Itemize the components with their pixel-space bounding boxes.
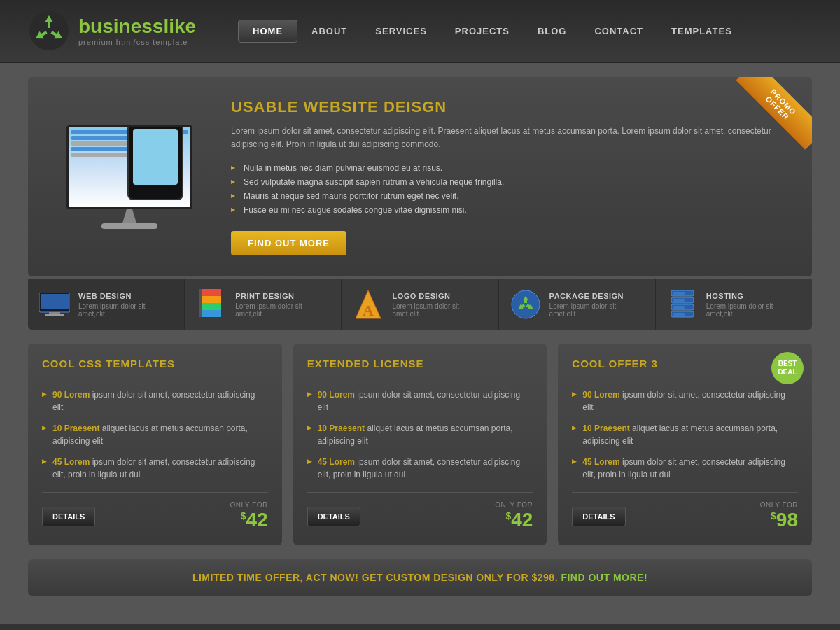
banner-link[interactable]: FIND OUT MORE!: [561, 572, 648, 583]
service-package-design-text: PACKAGE DESIGN Lorem ipsum dolor sit ame…: [550, 292, 644, 318]
package-cool-offer-title: COOL OFFER 3: [572, 358, 798, 377]
service-logo-design-title: LOGO DESIGN: [392, 292, 486, 300]
svg-rect-18: [673, 299, 685, 302]
hero-list-item: Mauris at neque sed mauris porttitor rut…: [231, 189, 791, 203]
svg-rect-19: [673, 306, 685, 309]
hero-list-item: Nulla in metus nec diam pulvinar euismod…: [231, 161, 791, 175]
service-hosting-text: HOSTING Lorem ipsum dolor sit amet,elit.: [706, 292, 801, 318]
svg-rect-6: [202, 296, 221, 303]
logo-design-icon: A: [353, 289, 384, 320]
details-button[interactable]: DETAILS: [572, 507, 625, 526]
header: businesslike premium html/css template H…: [0, 0, 840, 63]
details-button[interactable]: DETAILS: [42, 507, 95, 526]
nav-home[interactable]: HOME: [238, 20, 298, 43]
svg-rect-17: [673, 292, 685, 295]
price-area: ONLY FOR $42: [230, 501, 267, 531]
service-web-design-text: WEB DESIGN Lorem ipsum dolor sit amet,el…: [78, 292, 173, 318]
nav-projects[interactable]: PROJECTS: [441, 20, 524, 42]
monitor-base: [102, 223, 158, 229]
package-item: 90 Lorem ipsum dolor sit amet, consectet…: [307, 388, 533, 414]
service-print-design[interactable]: PRINT DESIGN Lorem ipsum dolor sit amet,…: [185, 279, 342, 330]
main-nav: HOME ABOUT SERVICES PROJECTS BLOG CONTAC…: [238, 20, 746, 43]
logo-name: businesslike: [78, 15, 196, 38]
hero-cta-button[interactable]: FIND OUT MORE: [231, 231, 346, 255]
nav-about[interactable]: ABOUT: [298, 20, 361, 42]
promo-ribbon: PROMOOFFER: [721, 77, 812, 168]
service-hosting-desc: Lorem ipsum dolor sit amet,elit.: [706, 302, 801, 318]
monitor-screen: [66, 125, 192, 209]
price-value: $98: [760, 509, 798, 531]
package-item: 90 Lorem ipsum dolor sit amet, consectet…: [42, 388, 268, 414]
svg-rect-7: [202, 303, 221, 310]
hosting-icon: [667, 289, 698, 320]
logo-text-area: businesslike premium html/css template: [78, 15, 196, 46]
only-for-label: ONLY FOR: [230, 501, 267, 509]
hero-image: [49, 98, 210, 255]
packages-section: COOL CSS TEMPLATES 90 Lorem ipsum dolor …: [28, 344, 812, 545]
main-content: USABLE WEBSITE DEISGN Lorem ipsum dolor …: [0, 63, 840, 624]
svg-rect-5: [202, 289, 221, 296]
print-design-icon: [196, 289, 227, 320]
monitor: [59, 125, 200, 229]
package-item: 90 Lorem ipsum dolor sit amet, consectet…: [572, 388, 798, 414]
package-cool-css-title: COOL CSS TEMPLATES: [42, 358, 268, 377]
svg-rect-4: [45, 314, 64, 316]
footer: GET IN TOUCH Lorem ipsum dolor sit amet,…: [0, 624, 840, 630]
service-hosting[interactable]: HOSTING Lorem ipsum dolor sit amet,elit.: [656, 279, 812, 330]
svg-rect-8: [202, 310, 221, 317]
package-design-icon: [510, 289, 541, 320]
hero-section: USABLE WEBSITE DEISGN Lorem ipsum dolor …: [28, 77, 812, 276]
hero-description: Lorem ipsum dolor sit amet, consectetur …: [231, 125, 791, 151]
monitor-illustration: [59, 125, 200, 229]
hero-list-item: Sed vulputate magna suscipit sapien rutr…: [231, 175, 791, 189]
package-extended-title: EXTENDED LICENSE: [307, 358, 533, 377]
nav-services[interactable]: SERVICES: [361, 20, 441, 42]
only-for-label: ONLY FOR: [495, 501, 533, 509]
svg-rect-20: [673, 313, 685, 316]
package-footer: DETAILS ONLY FOR $98: [572, 492, 798, 531]
price-area: ONLY FOR $42: [495, 501, 533, 531]
price-value: $42: [230, 509, 267, 531]
package-footer: DETAILS ONLY FOR $42: [42, 492, 268, 531]
package-item: 45 Lorem ipsum dolor sit amet, consectet…: [42, 456, 268, 481]
hero-title: USABLE WEBSITE DEISGN: [231, 98, 791, 116]
package-cool-css: COOL CSS TEMPLATES 90 Lorem ipsum dolor …: [28, 344, 282, 545]
service-hosting-title: HOSTING: [706, 292, 801, 300]
package-footer: DETAILS ONLY FOR $42: [307, 492, 533, 531]
hero-content: USABLE WEBSITE DEISGN Lorem ipsum dolor …: [231, 98, 791, 255]
svg-rect-2: [41, 294, 69, 309]
service-web-design-title: WEB DESIGN: [78, 292, 173, 300]
nav-blog[interactable]: BLOG: [524, 20, 581, 42]
service-web-design[interactable]: WEB DESIGN Lorem ipsum dolor sit amet,el…: [28, 279, 185, 330]
service-logo-design[interactable]: A LOGO DESIGN Lorem ipsum dolor sit amet…: [342, 279, 498, 330]
svg-text:A: A: [363, 302, 374, 319]
package-extended: EXTENDED LICENSE 90 Lorem ipsum dolor si…: [293, 344, 547, 545]
service-package-design-title: PACKAGE DESIGN: [550, 292, 644, 300]
service-print-design-title: PRINT DESIGN: [235, 292, 330, 300]
nav-contact[interactable]: CONTACT: [580, 20, 657, 42]
service-logo-design-text: LOGO DESIGN Lorem ipsum dolor sit amet,e…: [392, 292, 486, 318]
ipad-screen: [133, 129, 178, 185]
services-bar: WEB DESIGN Lorem ipsum dolor sit amet,el…: [28, 279, 812, 330]
promo-ribbon-inner: PROMOOFFER: [736, 77, 812, 150]
only-for-label: ONLY FOR: [760, 501, 798, 509]
logo-tagline: premium html/css template: [78, 38, 196, 46]
svg-rect-3: [49, 312, 60, 314]
nav-templates[interactable]: TEMPLATES: [657, 20, 746, 42]
details-button[interactable]: DETAILS: [307, 507, 360, 526]
hero-list: Nulla in metus nec diam pulvinar euismod…: [231, 161, 791, 217]
package-item: 10 Praesent aliquet lacus at metus accum…: [307, 422, 533, 447]
package-item: 10 Praesent aliquet lacus at metus accum…: [42, 422, 268, 447]
ipad-illustration: [127, 125, 183, 200]
banner-text: LIMITED TIME OFFER, ACT NOW! GET CUSTOM …: [192, 572, 558, 583]
logo-area: businesslike premium html/css template: [28, 10, 196, 52]
service-web-design-desc: Lorem ipsum dolor sit amet,elit.: [78, 302, 173, 318]
svg-point-12: [512, 290, 540, 318]
package-item: 10 Praesent aliquet lacus at metus accum…: [572, 422, 798, 447]
service-print-design-desc: Lorem ipsum dolor sit amet,elit.: [235, 302, 330, 318]
package-cool-offer: BESTDEAL COOL OFFER 3 90 Lorem ipsum dol…: [558, 344, 812, 545]
service-package-design[interactable]: PACKAGE DESIGN Lorem ipsum dolor sit ame…: [499, 279, 656, 330]
service-print-design-text: PRINT DESIGN Lorem ipsum dolor sit amet,…: [235, 292, 330, 318]
price-area: ONLY FOR $98: [760, 501, 798, 531]
svg-rect-9: [199, 289, 202, 317]
